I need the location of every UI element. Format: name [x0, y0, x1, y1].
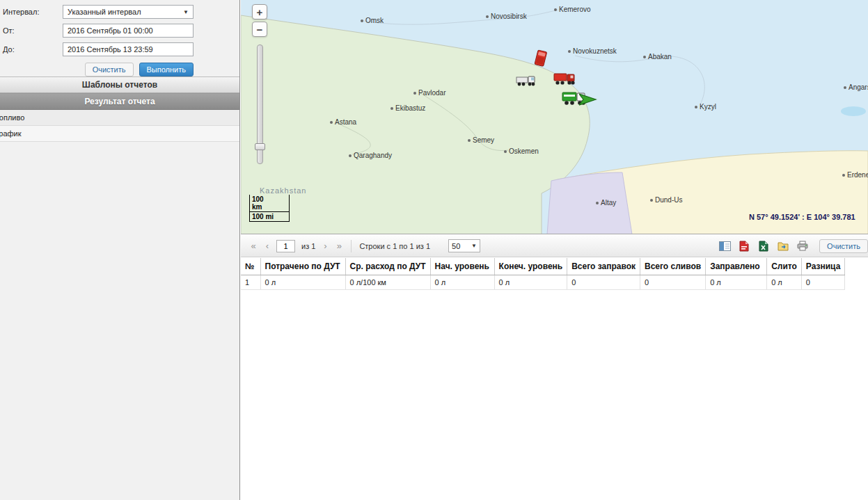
map-city-label: Dund-Us — [650, 196, 682, 204]
city-name: Altay — [601, 199, 616, 207]
report-item-fuel[interactable]: Топливо — [0, 110, 239, 126]
column-header: Всего сливов — [640, 258, 706, 275]
map-city-label: Ekibastuz — [390, 104, 425, 112]
export-pdf-button[interactable] — [736, 239, 752, 254]
section-report-result[interactable]: Результат отчета — [0, 93, 239, 110]
to-row: До: — [3, 42, 239, 56]
last-page-button[interactable]: » — [332, 239, 346, 253]
form-buttons-row: Очистить Выполнить — [0, 63, 194, 76]
city-name: Omsk — [365, 17, 384, 24]
first-page-button[interactable]: « — [246, 239, 260, 253]
clear-result-button[interactable]: Очистить — [819, 239, 868, 253]
report-parameters-form: Интервал: Указанный интервал ▼ От: До: О… — [0, 0, 239, 76]
map-city-label: Kyzyl — [695, 103, 716, 111]
map-city-label: Qaraghandy — [349, 152, 392, 159]
map-city-label: Angarsk — [844, 83, 868, 91]
map-land-shapes — [241, 0, 868, 234]
vehicle-marker-1[interactable] — [530, 49, 550, 70]
print-icon — [797, 241, 808, 251]
export-excel-button[interactable] — [755, 239, 772, 254]
to-date-input[interactable] — [63, 42, 194, 56]
city-dot-icon — [596, 202, 599, 204]
page-size-value: 50 — [452, 242, 460, 250]
zoom-out-button[interactable]: − — [252, 22, 267, 37]
pdf-icon — [739, 241, 749, 252]
city-dot-icon — [844, 86, 846, 89]
mouse-coordinates: N 57° 49.1524' : E 104° 39.781 — [749, 213, 868, 221]
column-header: Слито — [767, 258, 802, 275]
content-empty-area — [241, 291, 868, 500]
table-cell: 0 л — [767, 275, 802, 290]
clear-form-button[interactable]: Очистить — [85, 63, 134, 76]
city-dot-icon — [643, 56, 646, 58]
report-table: №Потрачено по ДУТСр. расход по ДУТНач. у… — [241, 258, 845, 290]
map-scale-line: 100 km 100 mi — [249, 195, 290, 222]
direction-arrow-icon — [579, 90, 599, 107]
city-name: Astana — [335, 118, 356, 126]
interval-select[interactable]: Указанный интервал ▼ — [63, 5, 194, 19]
interval-row: Интервал: Указанный интервал ▼ — [3, 5, 239, 19]
next-page-button[interactable]: › — [318, 239, 332, 253]
from-row: От: — [3, 24, 239, 38]
city-name: Oskemen — [509, 147, 539, 155]
table-cell: 0 л/100 км — [345, 275, 430, 290]
rows-info-label: Строки с 1 по 1 из 1 — [359, 242, 430, 250]
city-name: Erdenet — [847, 171, 868, 179]
vehicle-marker-3[interactable] — [553, 71, 576, 86]
chevron-down-icon: ▼ — [471, 243, 477, 249]
toolbar-separator — [351, 240, 352, 252]
column-header: Конеч. уровень — [494, 258, 567, 275]
map-city-label: Astana — [330, 118, 356, 126]
zoom-slider-handle[interactable] — [255, 143, 265, 150]
prev-page-button[interactable]: ‹ — [260, 239, 274, 253]
table-cell: 0 л — [706, 275, 767, 290]
table-cell: 0 л — [494, 275, 567, 290]
city-dot-icon — [650, 199, 653, 202]
report-item-chart[interactable]: График — [0, 126, 239, 142]
from-date-input[interactable] — [63, 24, 194, 38]
from-label: От: — [3, 26, 63, 35]
city-dot-icon — [468, 139, 471, 142]
city-name: Qaraghandy — [354, 152, 392, 159]
city-name: Novokuznetsk — [573, 47, 617, 55]
excel-icon — [759, 241, 768, 252]
city-name: Semey — [473, 136, 494, 144]
map-city-label: Omsk — [361, 17, 384, 24]
print-button[interactable] — [794, 239, 811, 254]
city-name: Novosibirsk — [491, 13, 527, 20]
vehicle-marker-2[interactable] — [515, 74, 537, 88]
map-city-label: Semey — [468, 136, 494, 144]
city-dot-icon — [695, 106, 697, 108]
city-dot-icon — [330, 121, 333, 124]
city-dot-icon — [413, 92, 416, 95]
table-cell: 0 л — [260, 275, 345, 290]
map-city-label: Oskemen — [504, 147, 539, 155]
scale-km-value: 100 — [252, 195, 264, 203]
report-grid-toolbar: « ‹ из 1 › » Строки с 1 по 1 из 1 50 ▼ — [241, 235, 868, 257]
table-cell: 0 — [640, 275, 706, 290]
column-header: Потрачено по ДУТ — [260, 258, 345, 275]
map-city-label: Pavlodar — [413, 89, 445, 97]
city-dot-icon — [568, 50, 571, 53]
page-count-label: из 1 — [301, 242, 315, 250]
page-number-input[interactable] — [276, 240, 295, 252]
report-table-header-row: №Потрачено по ДУТСр. расход по ДУТНач. у… — [241, 258, 845, 275]
page-size-select[interactable]: 50 ▼ — [448, 239, 480, 252]
execute-button[interactable]: Выполнить — [139, 63, 194, 76]
city-dot-icon — [554, 8, 557, 11]
report-table-body: 10 л0 л/100 км0 л0 л000 л0 л0 — [241, 275, 845, 290]
export-file-button[interactable] — [775, 239, 791, 254]
interval-selected-value: Указанный интервал — [68, 8, 141, 16]
zoom-in-button[interactable]: + — [252, 4, 267, 19]
section-report-templates[interactable]: Шаблоны отчетов — [0, 76, 239, 93]
export-icon — [778, 241, 789, 252]
map-canvas[interactable]: OmskNovosibirskKemerovoNovokuznetskAbaka… — [241, 0, 868, 234]
table-cell: 1 — [241, 275, 260, 290]
table-row[interactable]: 10 л0 л/100 км0 л0 л000 л0 л0 — [241, 275, 845, 290]
columns-view-button[interactable] — [716, 239, 733, 254]
table-cell: 0 л — [430, 275, 494, 290]
city-name: Abakan — [648, 53, 672, 61]
map-city-label: Novokuznetsk — [568, 47, 617, 55]
city-dot-icon — [349, 154, 352, 157]
city-name: Kemerovo — [559, 6, 591, 13]
